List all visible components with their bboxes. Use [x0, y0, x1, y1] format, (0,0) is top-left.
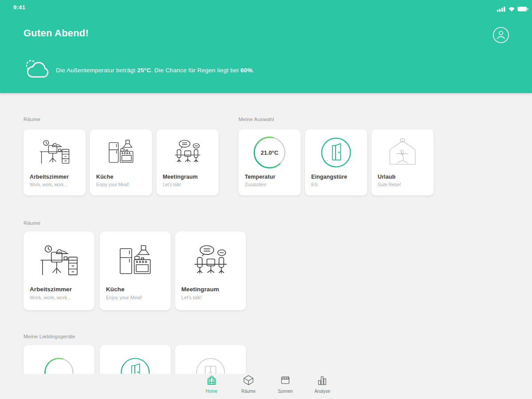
card-subtitle: Work, work, work... [30, 182, 67, 187]
room-card-meetingraum[interactable]: Meetingraum Let's talk! [156, 129, 219, 196]
clapperboard-icon [279, 374, 291, 387]
tab-bar: Home Räume Szenen [0, 374, 532, 399]
vacation-palm-house-icon [372, 133, 434, 172]
tab-raeume[interactable]: Räume [232, 374, 264, 394]
tab-szenen[interactable]: Szenen [270, 374, 301, 394]
card-subtitle: Enjoy your Meal! [106, 295, 142, 300]
status-time: 9:41 [13, 4, 25, 11]
temperature-value: 21.0°C [252, 135, 287, 170]
status-icons [497, 6, 528, 14]
card-subtitle: Zusatzdevi [245, 182, 266, 187]
open-door-circle-icon [305, 133, 367, 172]
profile-button[interactable] [493, 27, 509, 43]
favorite-card-eingangstuere[interactable]: Eingangstüre EG [305, 129, 367, 196]
kitchen-icon [100, 237, 171, 286]
greeting: Guten Abend! [23, 27, 89, 39]
tab-label: Analyse [314, 389, 330, 394]
section-label-raeume-1: Räume [23, 117, 40, 122]
section-label-lieblingsgeraete: Meine Lieblingsgeräte [23, 334, 75, 339]
tab-home[interactable]: Home [196, 374, 227, 394]
card-title: Temperatur [245, 174, 275, 180]
wifi-icon [508, 6, 515, 14]
sun-behind-cloud-icon [23, 58, 49, 82]
battery-icon [517, 6, 528, 14]
card-title: Arbeitszimmer [30, 174, 69, 180]
weather-message: Die Außentemperatur beträgt 25°C. Die Ch… [56, 67, 254, 74]
room-card-kueche-large[interactable]: Küche Enjoy your Meal! [100, 231, 171, 310]
card-title: Meetingraum [181, 286, 219, 293]
favorite-card-urlaub[interactable]: Urlaub Gute Reise! [372, 129, 434, 196]
home-office-desk-icon [23, 133, 86, 172]
meeting-chairs-icon [156, 133, 219, 172]
weather-banner: Die Außentemperatur beträgt 25°C. Die Ch… [23, 58, 254, 82]
signal-bars-icon [497, 6, 506, 14]
card-subtitle: Work, work, work... [30, 295, 71, 300]
room-card-kueche[interactable]: Küche Enjoy your Meal! [90, 129, 152, 196]
weather-temp: 25°C [137, 67, 151, 74]
card-subtitle: Gute Reise! [378, 182, 401, 187]
card-title: Arbeitszimmer [30, 286, 72, 293]
card-title: Küche [106, 286, 125, 293]
card-subtitle: Enjoy your Meal! [96, 182, 129, 187]
bar-chart-icon [316, 374, 328, 387]
weather-rain-chance: 60% [240, 67, 253, 74]
card-title: Urlaub [378, 174, 395, 180]
card-title: Eingangstüre [311, 174, 347, 180]
greenhouse-home-icon [206, 374, 218, 387]
section-label-meine-auswahl: Meine Auswahl [239, 117, 274, 122]
home-office-desk-icon [23, 237, 94, 286]
section-label-raeume-2: Räume [23, 220, 40, 226]
card-subtitle: Let's talk! [163, 182, 181, 187]
kitchen-icon [90, 133, 152, 172]
cube-icon [243, 374, 254, 387]
header: 9:41 Guten Abend! Die Außentemperatur be… [0, 0, 532, 93]
room-card-arbeitszimmer-large[interactable]: Arbeitszimmer Work, work, work... [23, 231, 94, 310]
card-title: Küche [96, 174, 113, 180]
tab-analyse[interactable]: Analyse [306, 374, 338, 394]
card-subtitle: EG [311, 182, 317, 187]
meeting-chairs-icon [175, 237, 246, 286]
tab-label: Home [206, 389, 218, 394]
room-card-meetingraum-large[interactable]: Meetingraum Let's talk! [175, 231, 246, 310]
card-subtitle: Let's talk! [181, 295, 202, 300]
tab-label: Szenen [278, 389, 293, 394]
favorite-card-temperatur[interactable]: 21.0°C Temperatur Zusatzdevi [239, 129, 301, 196]
card-title: Meetingraum [163, 174, 198, 180]
room-card-arbeitszimmer[interactable]: Arbeitszimmer Work, work, work... [23, 129, 86, 196]
tab-label: Räume [241, 389, 255, 394]
temperature-ring-icon: 21.0°C [239, 133, 301, 172]
